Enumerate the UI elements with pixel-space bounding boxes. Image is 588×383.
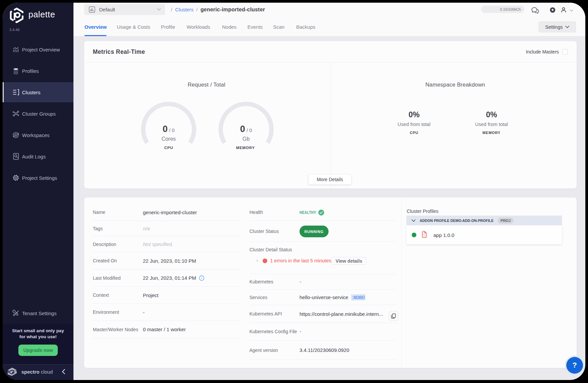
svg-text:i: i [201, 276, 202, 280]
